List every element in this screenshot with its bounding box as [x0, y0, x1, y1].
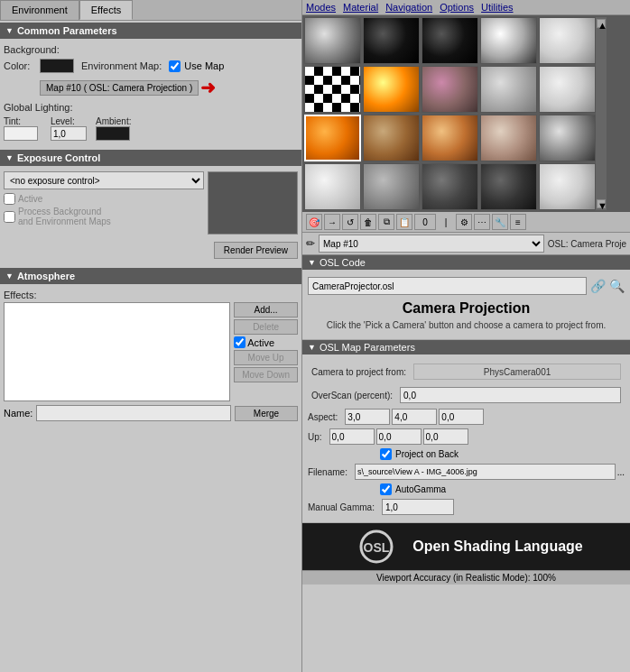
filename-input[interactable]	[355, 464, 616, 480]
material-grid	[304, 17, 596, 210]
move-up-button[interactable]: Move Up	[234, 350, 298, 365]
filename-row: ...	[355, 464, 625, 480]
map-dropdown[interactable]: Map #10	[319, 235, 544, 253]
material-cell-1[interactable]	[363, 17, 420, 64]
options-link[interactable]: Options	[440, 2, 474, 13]
scroll-down-arrow[interactable]: ▼	[597, 199, 606, 208]
extra-icon[interactable]: ≡	[510, 214, 526, 230]
material-cell-6[interactable]	[363, 66, 420, 113]
up-input-3[interactable]	[423, 428, 468, 445]
up-input-1[interactable]	[329, 428, 375, 445]
tab-effects[interactable]: Effects	[79, 0, 133, 20]
settings-icon[interactable]: ⚙	[456, 214, 472, 230]
tools-icon[interactable]: 🔧	[492, 214, 508, 230]
exposure-inner: <no exposure control> Active Process Bac…	[4, 171, 298, 235]
material-cell-19[interactable]	[539, 163, 596, 210]
material-cell-18[interactable]	[480, 163, 537, 210]
svg-text:OSL: OSL	[363, 540, 389, 555]
delete-button[interactable]: Delete	[234, 319, 298, 335]
common-parameters-header[interactable]: Common Parameters	[0, 23, 301, 39]
up-inputs	[329, 428, 625, 445]
atmosphere-header[interactable]: Atmosphere	[0, 268, 301, 284]
process-label: Process Backgroundand Environment Maps	[18, 207, 111, 226]
camera-value[interactable]	[413, 364, 621, 380]
overscan-value[interactable]	[400, 387, 621, 403]
autogamma-checkbox[interactable]	[380, 483, 392, 495]
id-icon[interactable]: 0	[414, 214, 436, 230]
material-cell-17[interactable]	[422, 163, 478, 210]
process-checkbox[interactable]	[4, 211, 15, 223]
pick-icon[interactable]: 🎯	[306, 214, 322, 230]
material-cell-15[interactable]	[304, 163, 361, 210]
reset-icon[interactable]: ↺	[342, 214, 358, 230]
material-cell-16[interactable]	[363, 163, 420, 210]
exposure-dropdown[interactable]: <no exposure control>	[4, 171, 204, 189]
scroll-up-arrow[interactable]: ▲	[597, 19, 606, 28]
assign-icon[interactable]: →	[324, 214, 340, 230]
tint-swatch[interactable]	[4, 126, 38, 141]
more-icon[interactable]: ⋯	[474, 214, 490, 230]
up-input-2[interactable]	[376, 428, 422, 445]
material-cell-12[interactable]	[422, 115, 478, 161]
utilities-link[interactable]: Utilities	[481, 2, 513, 13]
osl-map-params-header[interactable]: OSL Map Parameters	[302, 340, 630, 354]
navigation-link[interactable]: Navigation	[385, 2, 432, 13]
common-parameters-content: Background: Color: Environment Map: Use …	[0, 39, 301, 146]
render-preview-button[interactable]: Render Preview	[214, 242, 298, 259]
link-icon[interactable]: 🔗	[590, 279, 606, 293]
map-dropdown-row: ✏ Map #10 OSL: Camera Proje	[302, 233, 630, 255]
material-cell-9[interactable]	[539, 66, 596, 113]
merge-button[interactable]: Merge	[235, 406, 298, 421]
map-button[interactable]: Map #10 ( OSL: Camera Projection )	[40, 80, 199, 96]
osl-brand-text: Open Shading Language	[412, 539, 582, 555]
tab-environment[interactable]: Environment	[0, 0, 79, 20]
material-cell-11[interactable]	[363, 115, 420, 161]
pencil-icon[interactable]: ✏	[306, 237, 315, 250]
material-cell-2[interactable]	[422, 17, 478, 64]
material-cell-3[interactable]	[480, 17, 537, 64]
browse-button[interactable]: ...	[617, 467, 625, 477]
effects-list[interactable]	[4, 302, 230, 401]
move-down-button[interactable]: Move Down	[234, 367, 298, 382]
osl-footer: OSL Open Shading Language	[302, 523, 630, 570]
manual-gamma-value[interactable]	[382, 499, 454, 515]
material-cell-7[interactable]	[422, 66, 478, 113]
modes-link[interactable]: Modes	[306, 2, 336, 13]
aspect-input-1[interactable]	[345, 409, 390, 425]
up-label: Up:	[308, 432, 322, 442]
material-cell-10[interactable]	[304, 115, 361, 161]
active-checkbox-row: Active	[4, 193, 204, 205]
global-lighting-label-row: Global Lighting:	[4, 102, 298, 113]
grid-scrollbar[interactable]: ▲ ▼	[596, 17, 607, 210]
copy-icon[interactable]: ⧉	[378, 214, 394, 230]
ambient-swatch[interactable]	[96, 126, 130, 141]
osl-code-header[interactable]: OSL Code	[302, 255, 630, 270]
level-input[interactable]	[51, 126, 87, 141]
material-cell-0[interactable]	[304, 17, 361, 64]
atmosphere-active-checkbox[interactable]	[234, 336, 246, 348]
aspect-input-3[interactable]	[439, 409, 484, 425]
exposure-right	[208, 171, 298, 235]
name-input[interactable]	[36, 405, 231, 421]
color-swatch[interactable]	[40, 59, 74, 73]
material-cell-13[interactable]	[480, 115, 537, 161]
atmosphere-active-label: Active	[247, 337, 274, 348]
delete-mat-icon[interactable]: 🗑	[360, 214, 376, 230]
map-button-row: Map #10 ( OSL: Camera Projection ) ➜	[4, 77, 298, 98]
material-cell-8[interactable]	[480, 66, 537, 113]
exposure-control-header[interactable]: Exposure Control	[0, 150, 301, 166]
paste-icon[interactable]: 📋	[396, 214, 412, 230]
material-cell-14[interactable]	[539, 115, 596, 161]
active-checkbox[interactable]	[4, 193, 15, 205]
left-panel: Environment Effects Common Parameters Ba…	[0, 0, 302, 672]
use-map-checkbox[interactable]	[169, 60, 181, 72]
material-link[interactable]: Material	[343, 2, 378, 13]
search-icon[interactable]: 🔍	[609, 279, 625, 293]
project-on-back-checkbox[interactable]	[380, 448, 392, 460]
material-cell-4[interactable]	[539, 17, 596, 64]
add-button[interactable]: Add...	[234, 302, 298, 318]
use-map-label: Use Map	[184, 60, 224, 71]
material-cell-5[interactable]	[304, 66, 361, 113]
aspect-input-2[interactable]	[392, 409, 437, 425]
osl-filename-input[interactable]	[308, 277, 587, 295]
